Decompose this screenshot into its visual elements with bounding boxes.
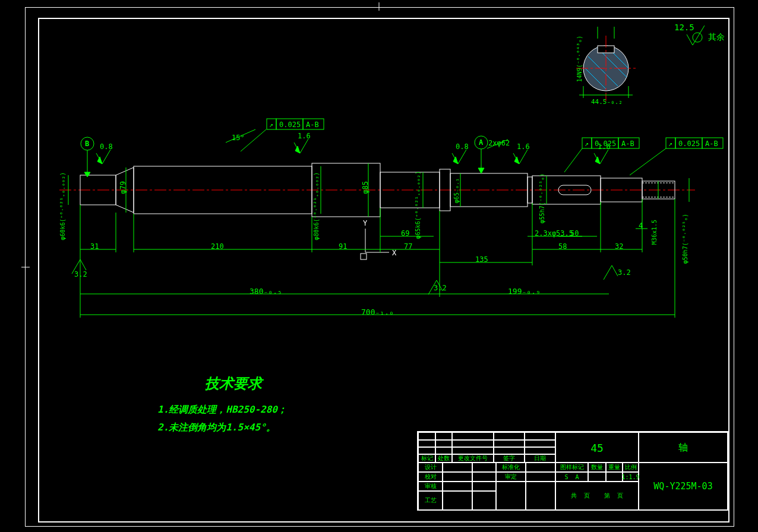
gdt1-ref: A-B — [306, 121, 319, 129]
surf-default-val: 12.5 — [674, 23, 694, 32]
dim-4: 4 — [639, 221, 643, 230]
d79: φ79 — [119, 181, 127, 194]
d65k6: φ65k6(⁺⁰·⁰²¹₊₀.₀₀₂) — [415, 171, 421, 239]
surf-default-label: 其余 — [708, 32, 725, 43]
thread: M36x1.5 — [651, 220, 658, 245]
dim-2x62: 2xφ62 — [488, 139, 510, 147]
key-w: 14N9(⁻⁰·⁰⁴³₀) — [576, 36, 583, 82]
dim-groove1: 2.3xφ53.5 — [535, 229, 573, 238]
datum-b: B — [85, 140, 89, 148]
sf1: 0.8 — [100, 142, 113, 151]
tech-note1: 1.经调质处理，HB250-280； — [157, 404, 287, 416]
d50: φ50h7(⁻⁰·⁰²⁵₀) — [682, 214, 688, 264]
sf4: 1.6 — [517, 142, 530, 151]
dim-199: 199₋₀.₉ — [508, 287, 541, 296]
dim-15deg: 15° — [232, 134, 245, 142]
d55: φ55h7(⁻⁰·⁰²⁵₀) — [539, 173, 545, 223]
dim-69: 69 — [401, 229, 409, 238]
sf2: 1.6 — [298, 132, 311, 140]
gdt3-tol: 0.025 — [678, 140, 700, 148]
dim-91: 91 — [339, 242, 347, 251]
tb-drawingno: WQ-Y225M-03 — [638, 462, 728, 511]
d85: φ85 — [361, 181, 369, 194]
gdt1-sym: ↗ — [269, 121, 273, 129]
key-d: 44.5₋₀.₂ — [591, 98, 623, 106]
sf7: 3.2 — [434, 284, 447, 292]
gdt2-ref: A-B — [621, 140, 634, 148]
dim-32: 32 — [615, 242, 623, 251]
dim-380: 380₋₀.₅ — [249, 287, 282, 296]
tech-title: 技术要求 — [205, 374, 262, 393]
sf6: 3.2 — [74, 270, 87, 278]
dim-77: 77 — [404, 242, 412, 251]
dim-700: 700₋₁.₀ — [361, 308, 394, 316]
gdt2-sym: ↗ — [585, 140, 589, 148]
datum-a: A — [479, 138, 483, 147]
gdt3-sym: ↗ — [668, 140, 672, 148]
dim-31: 31 — [90, 242, 99, 251]
dim-210: 210 — [211, 242, 224, 251]
dim-135: 135 — [475, 255, 488, 264]
sf3: 0.8 — [456, 142, 469, 151]
tb-material: 45 — [555, 432, 639, 463]
title-block: 标记 处数 更改文件号 签字 日期 45 轴 设计 校对 审核 工艺 标准化 审… — [417, 431, 728, 511]
d80: φ80k6(⁺⁰·⁰²¹₊₀.₀₀₂) — [313, 172, 320, 240]
tb-partname: 轴 — [638, 432, 728, 463]
dim-58: 58 — [558, 242, 567, 251]
sf8: 3.2 — [618, 268, 631, 277]
gdt2-tol: 0.025 — [595, 140, 616, 148]
d65: φ65₋₀.₁ — [453, 178, 460, 203]
gdt3-ref: A-B — [705, 140, 718, 148]
tech-note2: 2.未注倒角均为1.5×45°。 — [157, 422, 276, 434]
gdt1-tol: 0.025 — [279, 121, 301, 129]
d60: φ60k6(⁺⁰·⁰²¹₊₀.₀₀₂) — [59, 172, 66, 240]
